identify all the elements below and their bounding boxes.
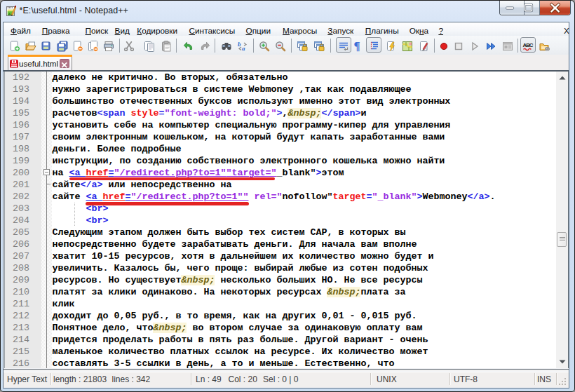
svg-text:ABC: ABC <box>523 42 534 48</box>
svg-text:a: a <box>242 45 245 52</box>
svg-text:b: b <box>238 41 241 48</box>
svg-text:D: D <box>424 48 427 52</box>
